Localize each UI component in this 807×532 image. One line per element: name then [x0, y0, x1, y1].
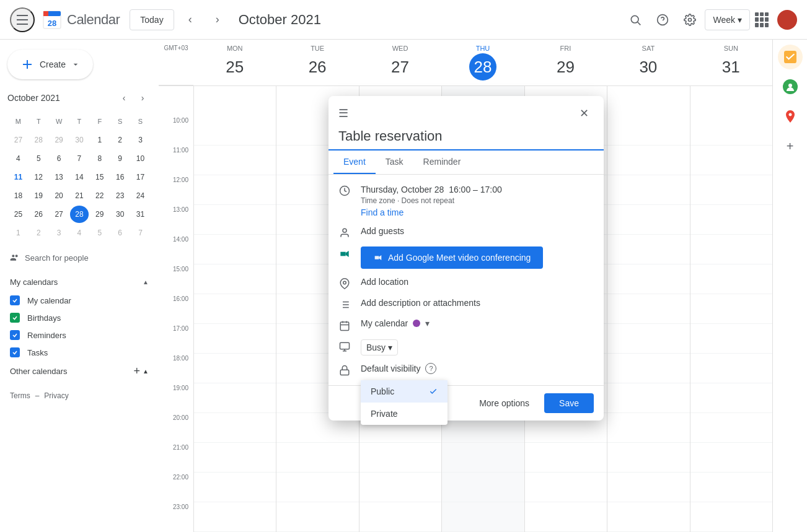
- my-calendars-section[interactable]: My calendars ▲: [0, 273, 159, 292]
- add-location-input[interactable]: Add location: [361, 277, 408, 287]
- location-row: Add location: [329, 273, 604, 294]
- mini-cal-day[interactable]: 19: [29, 187, 48, 204]
- mini-cal-day[interactable]: 9: [110, 150, 130, 167]
- mini-cal-day[interactable]: 22: [90, 187, 109, 204]
- other-calendars-section[interactable]: Other calendars + ▲: [0, 361, 159, 382]
- mini-cal-day[interactable]: 28: [29, 131, 48, 149]
- mini-cal-day[interactable]: 12: [29, 168, 48, 186]
- mini-cal-prev[interactable]: ‹: [115, 89, 133, 107]
- mini-cal-day[interactable]: 16: [110, 168, 130, 186]
- tasks-checkbox[interactable]: [10, 347, 20, 357]
- mini-cal-day[interactable]: 6: [110, 224, 130, 242]
- hamburger-menu[interactable]: [10, 7, 35, 32]
- reminders-checkbox[interactable]: [10, 330, 20, 340]
- tab-task[interactable]: Task: [376, 150, 413, 174]
- mini-cal-day[interactable]: 7: [131, 224, 150, 242]
- mini-cal-day[interactable]: 30: [110, 206, 130, 223]
- visibility-option-private[interactable]: Private: [361, 403, 448, 425]
- mini-cal-day[interactable]: 24: [131, 187, 150, 204]
- mini-cal-day[interactable]: 5: [90, 224, 109, 242]
- mini-cal-day[interactable]: 3: [131, 131, 150, 149]
- day-col-sun[interactable]: [690, 86, 772, 532]
- mini-cal-day[interactable]: 2: [110, 131, 130, 149]
- day-col-sat[interactable]: [607, 86, 689, 532]
- mini-cal-next[interactable]: ›: [134, 89, 151, 107]
- other-cal-collapse[interactable]: ▲: [143, 368, 149, 375]
- day-col-mon[interactable]: [193, 86, 276, 532]
- mini-cal-day[interactable]: 27: [50, 206, 69, 223]
- mini-cal-day[interactable]: 11: [9, 168, 28, 186]
- add-other-calendar[interactable]: +: [134, 365, 141, 378]
- search-people[interactable]: Search for people: [0, 248, 159, 268]
- visibility-dropdown: Public Private: [361, 380, 448, 425]
- mini-cal-day[interactable]: 4: [70, 224, 89, 242]
- help-button[interactable]: [650, 7, 675, 32]
- mini-cal-day[interactable]: 21: [70, 187, 89, 204]
- mini-cal-day[interactable]: 14: [70, 168, 89, 186]
- mini-cal-day[interactable]: 8: [90, 150, 109, 167]
- mini-cal-day[interactable]: 29: [90, 206, 109, 223]
- tab-event[interactable]: Event: [333, 150, 376, 174]
- mini-cal-day[interactable]: 29: [50, 131, 69, 149]
- mini-cal-day[interactable]: 25: [9, 206, 28, 223]
- calendar-tasks[interactable]: Tasks: [0, 344, 159, 361]
- calendar-dropdown-arrow[interactable]: ▾: [425, 318, 430, 328]
- apps-icon[interactable]: [755, 12, 770, 27]
- birthdays-checkbox[interactable]: [10, 313, 20, 323]
- event-title-input[interactable]: [329, 123, 604, 150]
- modal-header: ☰ ✕: [329, 96, 604, 123]
- view-selector[interactable]: Week ▾: [705, 9, 750, 30]
- status-dropdown[interactable]: Busy ▾: [361, 339, 398, 355]
- find-time-link[interactable]: Find a time: [361, 207, 404, 217]
- svg-line-6: [638, 22, 641, 25]
- add-meet-button[interactable]: Add Google Meet video conferencing: [361, 246, 543, 269]
- mini-cal-day[interactable]: 3: [50, 224, 69, 242]
- app-logo: 28 Calendar: [40, 7, 120, 32]
- mini-cal-day[interactable]: 23: [110, 187, 130, 204]
- next-arrow[interactable]: ›: [206, 9, 229, 31]
- mini-cal-day[interactable]: 30: [70, 131, 89, 149]
- privacy-link[interactable]: Privacy: [44, 391, 68, 400]
- my-calendar-checkbox[interactable]: [10, 295, 20, 305]
- visibility-help-icon[interactable]: ?: [425, 363, 436, 374]
- mini-cal-day[interactable]: 13: [50, 168, 69, 186]
- google-maps-icon[interactable]: [778, 104, 803, 129]
- prev-arrow[interactable]: ‹: [179, 9, 201, 31]
- search-button[interactable]: [623, 7, 648, 32]
- mini-cal-day[interactable]: 27: [9, 131, 28, 149]
- visibility-option-public[interactable]: Public: [361, 380, 448, 403]
- google-tasks-icon[interactable]: [778, 45, 803, 69]
- mini-cal-day[interactable]: 5: [29, 150, 48, 167]
- more-options-button[interactable]: More options: [469, 393, 539, 413]
- mini-cal-day[interactable]: 17: [131, 168, 150, 186]
- google-contacts-icon[interactable]: [778, 74, 803, 99]
- mini-cal-grid: M T W T F S S 27282930123456789101112131…: [7, 111, 151, 243]
- mini-cal-day[interactable]: 6: [50, 150, 69, 167]
- tab-reminder[interactable]: Reminder: [413, 150, 471, 174]
- mini-cal-day[interactable]: 20: [50, 187, 69, 204]
- mini-cal-day[interactable]: 7: [70, 150, 89, 167]
- mini-cal-day[interactable]: 2: [29, 224, 48, 242]
- add-guests-input[interactable]: Add guests: [361, 226, 404, 236]
- add-sidebar-button[interactable]: +: [778, 134, 803, 159]
- mini-cal-day[interactable]: 1: [9, 224, 28, 242]
- mini-cal-day[interactable]: 18: [9, 187, 28, 204]
- mini-cal-day[interactable]: 31: [131, 206, 150, 223]
- mini-cal-day[interactable]: 4: [9, 150, 28, 167]
- calendar-birthdays[interactable]: Birthdays: [0, 309, 159, 326]
- today-button[interactable]: Today: [130, 9, 174, 30]
- user-avatar[interactable]: [777, 10, 797, 30]
- settings-button[interactable]: [677, 7, 702, 32]
- calendar-reminders[interactable]: Reminders: [0, 326, 159, 344]
- mini-cal-day[interactable]: 10: [131, 150, 150, 167]
- terms-link[interactable]: Terms: [10, 391, 30, 400]
- mini-cal-day[interactable]: 15: [90, 168, 109, 186]
- save-button[interactable]: Save: [544, 393, 594, 413]
- modal-close-button[interactable]: ✕: [574, 103, 594, 123]
- mini-cal-day[interactable]: 26: [29, 206, 48, 223]
- add-description-input[interactable]: Add description or attachments: [361, 298, 480, 308]
- create-button[interactable]: Create: [7, 50, 93, 79]
- mini-cal-day[interactable]: 28: [70, 206, 89, 223]
- calendar-my-calendar[interactable]: My calendar: [0, 292, 159, 309]
- mini-cal-day[interactable]: 1: [90, 131, 109, 149]
